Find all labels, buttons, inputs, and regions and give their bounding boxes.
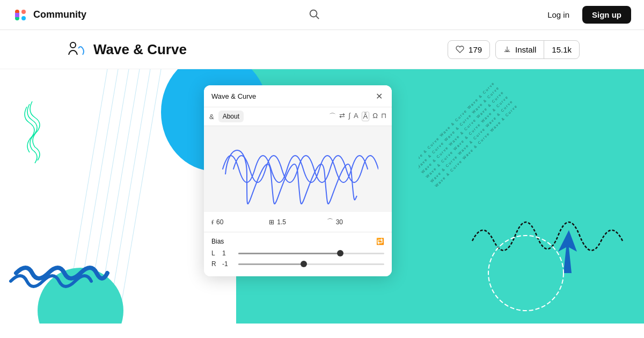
plugin-header: Wave & Curve 179 Install 15.1k xyxy=(0,30,644,69)
install-button[interactable]: Install xyxy=(496,41,544,58)
plugin-window: Wave & Curve ✕ & About ⌒ ⇄ ∫ A Ã Ω ⊓ xyxy=(204,85,392,276)
plugin-window-header: Wave & Curve ✕ xyxy=(204,85,392,107)
plugin-nav-icon: & xyxy=(209,113,214,121)
control-item-1: ᵮ 60 xyxy=(211,218,269,226)
control-item-3: ⌒ 30 xyxy=(327,217,384,226)
plugin-window-title: Wave & Curve xyxy=(211,92,256,100)
bias-title: Bias xyxy=(211,238,224,245)
tool-icon-7[interactable]: ⊓ xyxy=(381,112,386,121)
tab-about[interactable]: About xyxy=(218,111,244,122)
bias-r-value: -1 xyxy=(222,260,233,268)
svg-line-10 xyxy=(86,69,129,324)
bias-l-label: L xyxy=(211,249,217,257)
control-value-3: 30 xyxy=(336,218,343,226)
tool-icon-1[interactable]: ⌒ xyxy=(329,112,336,121)
controls-row: ᵮ 60 ⊞ 1.5 ⌒ 30 xyxy=(204,212,392,232)
plugin-title-area: Wave & Curve xyxy=(64,39,187,60)
install-count: 15.1k xyxy=(544,41,579,58)
bias-section: Bias 🔁 L 1 R -1 xyxy=(204,232,392,276)
plugin-name: Wave & Curve xyxy=(93,41,187,58)
svg-point-3 xyxy=(21,16,26,20)
navbar: Community Log in Sign up xyxy=(0,0,644,30)
amplitude-icon: ⊞ xyxy=(269,218,274,226)
close-button[interactable]: ✕ xyxy=(374,91,384,101)
install-label: Install xyxy=(515,45,536,54)
wave-icon: ᵮ xyxy=(211,218,214,226)
svg-line-11 xyxy=(97,69,140,324)
login-button[interactable]: Log in xyxy=(541,6,576,24)
like-count: 179 xyxy=(469,45,482,54)
bias-header: Bias 🔁 xyxy=(211,238,384,245)
download-icon xyxy=(503,46,511,53)
control-value-1: 60 xyxy=(216,218,223,226)
nav-icons: ⌒ ⇄ ∫ A Ã Ω ⊓ xyxy=(329,112,386,121)
svg-rect-1 xyxy=(21,10,26,14)
plugin-actions: 179 Install 15.1k xyxy=(448,40,580,59)
tool-icon-6[interactable]: Ω xyxy=(372,112,378,121)
navbar-left: Community xyxy=(13,8,86,23)
nav-right: Log in Sign up xyxy=(541,6,631,24)
bias-row-l: L 1 xyxy=(211,249,384,257)
control-item-2: ⊞ 1.5 xyxy=(269,218,326,226)
tool-icon-5[interactable]: Ã xyxy=(362,112,370,121)
curve-icon: ⌒ xyxy=(327,217,333,226)
like-button[interactable]: 179 xyxy=(448,40,490,59)
svg-line-6 xyxy=(316,16,319,19)
heart-icon xyxy=(456,45,464,54)
install-wrapper: Install 15.1k xyxy=(495,40,580,59)
svg-line-8 xyxy=(64,69,107,324)
svg-point-7 xyxy=(70,42,76,48)
svg-point-14 xyxy=(38,268,123,324)
control-value-2: 1.5 xyxy=(277,218,286,226)
bias-r-label: R xyxy=(211,260,217,268)
svg-line-9 xyxy=(75,69,118,324)
svg-line-12 xyxy=(107,69,150,324)
figma-logo-icon xyxy=(13,8,28,23)
bias-l-value: 1 xyxy=(222,249,233,257)
bias-row-r: R -1 xyxy=(211,260,384,268)
wave-canvas xyxy=(204,126,392,212)
svg-rect-4 xyxy=(15,13,19,17)
plugin-icon xyxy=(64,39,86,60)
bias-r-slider[interactable] xyxy=(238,263,384,265)
bias-icon: 🔁 xyxy=(376,238,384,245)
tool-icon-3[interactable]: ∫ xyxy=(348,112,350,121)
nav-title: Community xyxy=(33,9,86,20)
svg-line-13 xyxy=(118,69,161,324)
search-icon[interactable] xyxy=(308,8,320,22)
svg-point-5 xyxy=(310,10,317,17)
tool-icon-4[interactable]: A xyxy=(354,112,358,121)
plugin-window-nav: & About ⌒ ⇄ ∫ A Ã Ω ⊓ xyxy=(204,107,392,126)
main-content: Wave & Curve ✕ & About ⌒ ⇄ ∫ A Ã Ω ⊓ xyxy=(0,69,644,324)
signup-button[interactable]: Sign up xyxy=(582,6,631,24)
bias-l-slider[interactable] xyxy=(238,253,384,254)
tool-icon-2[interactable]: ⇄ xyxy=(339,112,345,121)
